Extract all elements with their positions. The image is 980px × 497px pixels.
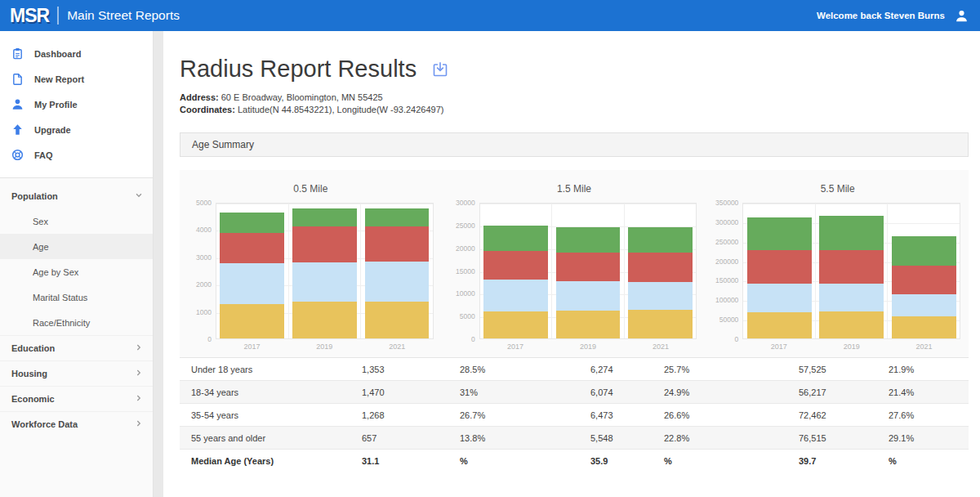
stacked-bar-2019[interactable] bbox=[819, 216, 884, 338]
chart-title: 5.5 Mile bbox=[715, 183, 960, 195]
bar-segment-18-34-years[interactable] bbox=[819, 284, 884, 311]
sidebar-item-age-by-sex[interactable]: Age by Sex bbox=[0, 259, 153, 284]
stacked-bar-2017[interactable] bbox=[220, 213, 284, 338]
bar-segment-35-54-years[interactable] bbox=[892, 266, 956, 294]
chevron-right-icon bbox=[135, 369, 143, 378]
x-tick-label: 2017 bbox=[216, 343, 288, 351]
bar-slot-2019 bbox=[815, 204, 888, 338]
bar-segment-18-34-years[interactable] bbox=[483, 280, 548, 311]
table-cell: 29.1% bbox=[882, 433, 969, 443]
x-tick-label: 2019 bbox=[288, 343, 361, 351]
sidebar-item-sex[interactable]: Sex bbox=[0, 208, 153, 234]
x-axis: 201720192021 bbox=[479, 339, 697, 354]
table-cell: 1,353 bbox=[355, 365, 453, 374]
bar-segment-55-years-and-older[interactable] bbox=[892, 236, 956, 266]
y-tick-label: 3000 bbox=[196, 253, 212, 262]
stacked-bar-2021[interactable] bbox=[365, 208, 430, 338]
y-tick-label: 300000 bbox=[715, 218, 738, 226]
bar-segment-18-34-years[interactable] bbox=[292, 262, 357, 302]
y-axis: 010002000300040005000 bbox=[188, 203, 216, 339]
bar-slot-2019 bbox=[288, 204, 361, 338]
chevron-right-icon bbox=[135, 343, 143, 353]
brand: MSR Main Street Reports bbox=[10, 5, 180, 27]
bar-segment-18-34-years[interactable] bbox=[365, 262, 430, 302]
bar-segment-18-34-years[interactable] bbox=[556, 281, 621, 310]
bar-segment-55-years-and-older[interactable] bbox=[220, 213, 284, 233]
sidebar-item-label: New Report bbox=[34, 74, 84, 84]
sidebar-item-new-report[interactable]: New Report bbox=[0, 66, 153, 92]
sidebar-item-marital-status[interactable]: Marital Status bbox=[0, 284, 153, 310]
bar-segment-35-54-years[interactable] bbox=[220, 233, 284, 263]
table-cell: 28.5% bbox=[453, 365, 584, 374]
bar-segment-18-34-years[interactable] bbox=[892, 294, 956, 316]
bar-slot-2017 bbox=[743, 204, 815, 338]
sidebar-item-my-profile[interactable]: My Profile bbox=[0, 92, 153, 117]
sidebar-main-menu: DashboardNew ReportMy ProfileUpgradeFAQ bbox=[0, 31, 153, 168]
download-icon[interactable] bbox=[431, 60, 449, 78]
sidebar-item-label: Dashboard bbox=[34, 49, 81, 59]
bar-segment-under-18-years[interactable] bbox=[892, 316, 956, 338]
bar-segment-55-years-and-older[interactable] bbox=[483, 226, 548, 251]
y-axis: 0500001000001500002000002500003000003500… bbox=[715, 203, 742, 339]
x-tick-label: 2021 bbox=[624, 343, 697, 351]
bar-segment-under-18-years[interactable] bbox=[628, 310, 693, 338]
stacked-bar-2017[interactable] bbox=[483, 226, 548, 338]
main-content: Radius Report Results Address: 60 E Broa… bbox=[163, 31, 980, 497]
y-tick-label: 25000 bbox=[456, 222, 475, 230]
bar-segment-55-years-and-older[interactable] bbox=[747, 217, 812, 250]
y-tick-label: 4000 bbox=[196, 226, 212, 234]
bar-segment-18-34-years[interactable] bbox=[747, 284, 812, 312]
sidebar-section-education[interactable]: Education bbox=[0, 335, 153, 360]
table-cell: 657 bbox=[355, 433, 453, 443]
bar-segment-55-years-and-older[interactable] bbox=[292, 208, 357, 226]
sidebar-item-upgrade[interactable]: Upgrade bbox=[0, 117, 153, 142]
bar-segment-under-18-years[interactable] bbox=[483, 311, 548, 338]
stacked-bar-2017[interactable] bbox=[747, 217, 812, 338]
sidebar-section-population[interactable]: Population bbox=[0, 183, 153, 208]
sidebar-item-dashboard[interactable]: Dashboard bbox=[0, 41, 153, 66]
sidebar-subitem-label: Age bbox=[33, 242, 49, 252]
table-cell: 57,525 bbox=[792, 365, 882, 374]
bar-segment-35-54-years[interactable] bbox=[292, 226, 357, 262]
x-tick-label: 2021 bbox=[361, 343, 434, 351]
stacked-bar-2019[interactable] bbox=[556, 227, 621, 338]
sidebar-section-economic[interactable]: Economic bbox=[0, 386, 153, 411]
bar-segment-35-54-years[interactable] bbox=[556, 253, 621, 281]
y-tick-label: 50000 bbox=[719, 316, 739, 324]
x-axis: 201720192021 bbox=[216, 339, 434, 354]
bar-segment-under-18-years[interactable] bbox=[365, 302, 430, 338]
stacked-bar-2019[interactable] bbox=[292, 208, 357, 338]
app-title: Main Street Reports bbox=[67, 8, 180, 23]
y-tick-label: 15000 bbox=[456, 267, 475, 275]
bar-segment-55-years-and-older[interactable] bbox=[628, 227, 693, 253]
bar-segment-under-18-years[interactable] bbox=[220, 304, 284, 338]
bar-segment-35-54-years[interactable] bbox=[483, 251, 548, 280]
bar-segment-35-54-years[interactable] bbox=[747, 250, 812, 284]
page-title: Radius Report Results bbox=[180, 54, 416, 83]
stacked-bar-2021[interactable] bbox=[892, 236, 956, 338]
sidebar-section-housing[interactable]: Housing bbox=[0, 360, 153, 386]
bar-segment-55-years-and-older[interactable] bbox=[819, 216, 884, 250]
sidebar-section-workforce-data[interactable]: Workforce Data bbox=[0, 411, 153, 437]
stacked-bar-2021[interactable] bbox=[628, 227, 693, 338]
bar-segment-18-34-years[interactable] bbox=[220, 263, 284, 304]
msr-logo[interactable]: MSR bbox=[10, 5, 49, 27]
sidebar-item-age[interactable]: Age bbox=[0, 234, 153, 259]
bar-segment-18-34-years[interactable] bbox=[628, 282, 693, 310]
table-cell: % bbox=[657, 456, 792, 466]
bar-segment-35-54-years[interactable] bbox=[819, 250, 884, 284]
bar-segment-under-18-years[interactable] bbox=[556, 311, 621, 339]
sidebar-item-race-ethnicity[interactable]: Race/Ethnicity bbox=[0, 310, 153, 335]
chart-5-5-mile: 5.5 Mile05000010000015000020000025000030… bbox=[715, 180, 960, 354]
bar-segment-under-18-years[interactable] bbox=[292, 302, 357, 338]
bar-slot-2017 bbox=[216, 204, 288, 338]
bar-segment-35-54-years[interactable] bbox=[365, 226, 430, 261]
user-icon[interactable] bbox=[955, 9, 969, 23]
sidebar-item-faq[interactable]: FAQ bbox=[0, 142, 153, 168]
bar-segment-35-54-years[interactable] bbox=[628, 253, 693, 282]
bar-segment-55-years-and-older[interactable] bbox=[365, 208, 430, 226]
bar-segment-under-18-years[interactable] bbox=[747, 312, 812, 338]
sidebar-section-label: Population bbox=[11, 191, 58, 201]
bar-segment-under-18-years[interactable] bbox=[819, 311, 884, 338]
bar-segment-55-years-and-older[interactable] bbox=[556, 227, 621, 253]
